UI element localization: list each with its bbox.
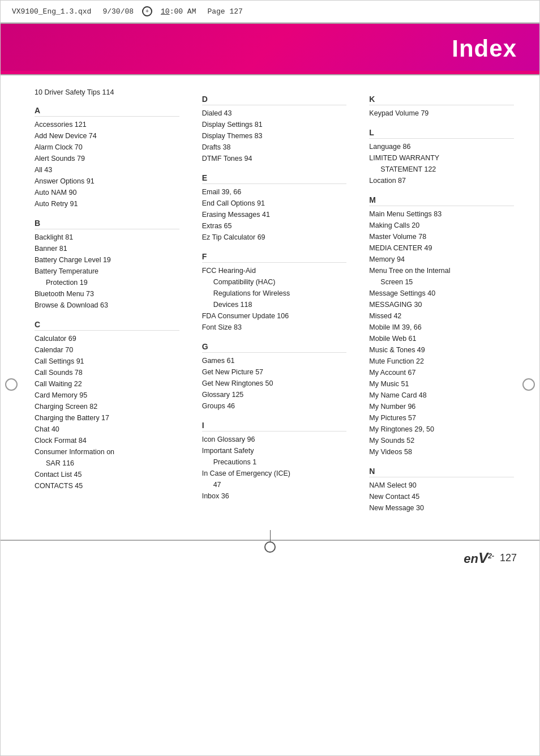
entry-alert-sounds: Alert Sounds 79	[35, 153, 179, 164]
letter-d: D	[202, 95, 347, 105]
entry-keypad-volume: Keypad Volume 79	[369, 108, 514, 119]
entry-my-pictures: My Pictures 57	[369, 412, 514, 424]
entry-inbox: Inbox 36	[202, 490, 347, 502]
letter-n: N	[369, 467, 514, 477]
bottom-circle	[264, 541, 276, 553]
entry-consumer-info: Consumer Information on	[35, 446, 179, 458]
entry-ice-cont: 47	[202, 479, 347, 490]
entry-important-safety: Important Safety	[202, 445, 347, 456]
entry-my-music: My Music 51	[369, 378, 514, 390]
section-f: F FCC Hearing-Aid Compatibility (HAC) Re…	[202, 252, 347, 333]
entry-extras: Extras 65	[202, 220, 347, 232]
entry-icon-glossary: Icon Glossary 96	[202, 434, 347, 445]
entry-calendar: Calendar 70	[35, 344, 179, 356]
entry-auto-retry: Auto Retry 91	[35, 198, 179, 210]
date-label: 9/30/08	[102, 7, 134, 16]
page-label: Page 127	[207, 7, 242, 16]
entry-fcc-devices: Devices 118	[202, 299, 347, 310]
entry-ez-tip: Ez Tip Calculator 69	[202, 232, 347, 243]
section-e: E Email 39, 66 End Call Options 91 Erasi…	[202, 173, 347, 243]
entry-my-sounds: My Sounds 52	[369, 435, 514, 446]
column-1: 10 Driver Safety Tips 114 A Accessories …	[35, 87, 188, 523]
section-i: I Icon Glossary 96 Important Safety Prec…	[202, 421, 347, 502]
page-wrapper: VX9100_Eng_1.3.qxd 9/30/08 + 10:00 AM Pa…	[0, 0, 540, 756]
entry-missed: Missed 42	[369, 310, 514, 322]
entry-charging-screen: Charging Screen 82	[35, 401, 179, 412]
entry-my-videos: My Videos 58	[369, 446, 514, 458]
entry-call-waiting: Call Waiting 22	[35, 378, 179, 390]
entry-main-menu: Main Menu Settings 83	[369, 208, 514, 220]
entry-new-message: New Message 30	[369, 502, 514, 514]
entry-fcc-regs: Regulations for Wireless	[202, 288, 347, 299]
bottom-line	[270, 530, 271, 541]
entry-font-size: Font Size 83	[202, 322, 347, 333]
letter-b: B	[35, 219, 179, 229]
entry-drafts: Drafts 38	[202, 142, 347, 153]
entry-warranty-statement: STATEMENT 122	[369, 164, 514, 175]
section-l: L Language 86 LIMITED WARRANTY STATEMENT…	[369, 128, 514, 186]
entry-battery-charge: Battery Charge Level 19	[35, 254, 179, 266]
entry-precautions: Precautions 1	[202, 456, 347, 468]
entry-all: All 43	[35, 164, 179, 176]
entry-master-volume: Master Volume 78	[369, 231, 514, 242]
entry-games: Games 61	[202, 355, 347, 366]
entry-dialed: Dialed 43	[202, 108, 347, 119]
footer-page-number: 127	[500, 552, 517, 564]
letter-l: L	[369, 128, 514, 139]
entry-email: Email 39, 66	[202, 186, 347, 198]
title-banner: Index	[1, 24, 539, 71]
section-k: K Keypad Volume 79	[369, 95, 514, 119]
entry-limited-warranty: LIMITED WARRANTY	[369, 152, 514, 164]
letter-c: C	[35, 320, 179, 331]
entry-glossary: Glossary 125	[202, 389, 347, 400]
entry-mobile-web: Mobile Web 61	[369, 333, 514, 344]
entry-get-new-picture: Get New Picture 57	[202, 366, 347, 378]
entry-making-calls: Making Calls 20	[369, 220, 514, 231]
entry-my-name-card: My Name Card 48	[369, 390, 514, 401]
section-a: A Accessories 121 Add New Device 74 Alar…	[35, 106, 179, 210]
section-g: G Games 61 Get New Picture 57 Get New Ri…	[202, 342, 347, 412]
entry-messaging: MESSAGING 30	[369, 299, 514, 310]
footer-brand-area: enV2- 127	[464, 549, 517, 567]
top-circle-marker: +	[142, 6, 152, 16]
entry-new-contact: New Contact 45	[369, 491, 514, 502]
entry-menu-tree: Menu Tree on the Internal	[369, 265, 514, 276]
entry-battery-temp-cont: Protection 19	[35, 277, 179, 288]
entry-contact-list: Contact List 45	[35, 469, 179, 480]
entry-fda: FDA Consumer Update 106	[202, 310, 347, 322]
entry-fcc-hac: Compatibility (HAC)	[202, 276, 347, 288]
letter-f: F	[202, 252, 347, 263]
entry-fcc-hearing: FCC Hearing-Aid	[202, 265, 347, 276]
section-d: D Dialed 43 Display Settings 81 Display …	[202, 95, 347, 164]
entry-consumer-info-cont: SAR 116	[35, 458, 179, 469]
letter-g: G	[202, 342, 347, 353]
entry-my-number: My Number 96	[369, 401, 514, 412]
entry-groups: Groups 46	[202, 400, 347, 412]
entry-memory: Memory 94	[369, 254, 514, 265]
column-3: K Keypad Volume 79 L Language 86 LIMITED…	[361, 87, 522, 523]
letter-e: E	[202, 173, 347, 184]
footer: enV2- 127	[1, 541, 539, 575]
entry-media-center: MEDIA CENTER 49	[369, 242, 514, 254]
entry-mute-function: Mute Function 22	[369, 356, 514, 367]
section-n: N NAM Select 90 New Contact 45 New Messa…	[369, 467, 514, 514]
entry-calculator: Calculator 69	[35, 333, 179, 344]
entry-message-settings: Message Settings 40	[369, 288, 514, 299]
letter-m: M	[369, 195, 514, 206]
content-area: 10 Driver Safety Tips 114 A Accessories …	[1, 75, 539, 540]
entry-accessories: Accessories 121	[35, 119, 179, 130]
entry-alarm-clock: Alarm Clock 70	[35, 142, 179, 153]
entry-call-settings: Call Settings 91	[35, 356, 179, 367]
bottom-indicator	[264, 530, 276, 553]
entry-my-ringtones: My Ringtones 29, 50	[369, 424, 514, 435]
section-b: B Backlight 81 Banner 81 Battery Charge …	[35, 219, 179, 311]
entry-backlight: Backlight 81	[35, 232, 179, 243]
left-binding-hole	[5, 378, 18, 391]
entry-answer-options: Answer Options 91	[35, 176, 179, 187]
entry-erasing-messages: Erasing Messages 41	[202, 209, 347, 220]
entry-display-themes: Display Themes 83	[202, 130, 347, 142]
entry-clock-format: Clock Format 84	[35, 435, 179, 446]
entry-language: Language 86	[369, 141, 514, 152]
entry-mobile-im: Mobile IM 39, 66	[369, 322, 514, 333]
right-binding-hole	[522, 378, 535, 391]
